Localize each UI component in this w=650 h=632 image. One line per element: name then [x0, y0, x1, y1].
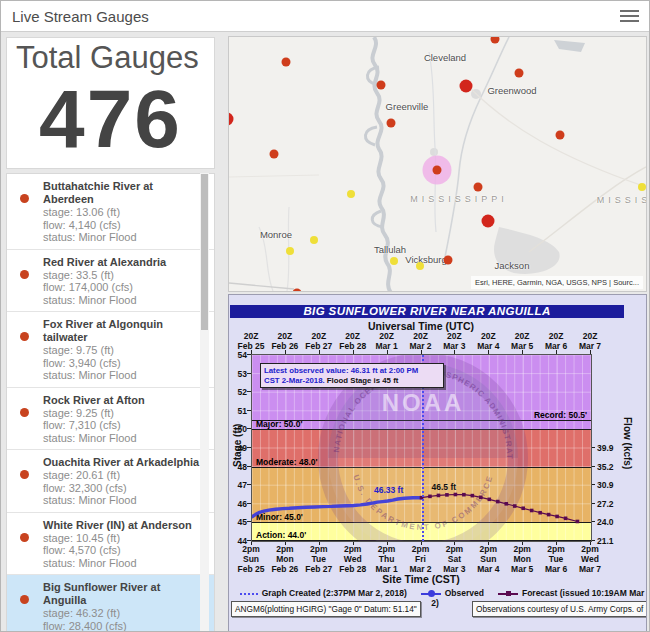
gauge-status-dot: [20, 470, 29, 479]
gauge-name: Ouachita River at Arkadelphia: [43, 456, 200, 469]
stage-tick-label: 44: [229, 536, 247, 546]
gauge-name: Big Sunflower River at Anguilla: [43, 581, 200, 607]
map-state-label: MISSISS: [597, 195, 647, 205]
gauge-flow: flow: 32,300 (cfs): [43, 482, 200, 495]
site-day-label: Sun: [480, 554, 496, 564]
gauge-map-marker[interactable]: [387, 119, 396, 128]
site-day-label: Wed: [581, 554, 599, 564]
gauge-flow: flow: 7,310 (cfs): [43, 419, 200, 432]
gauge-map-marker[interactable]: [444, 256, 453, 265]
legend-item: Observed: [421, 588, 484, 598]
site-day-label: Mon: [276, 554, 293, 564]
gauge-flow: flow: 4,140 (cfs): [43, 219, 200, 232]
site-day-label: Thu: [379, 554, 395, 564]
gauge-list-item[interactable]: Fox River at Algonquin tailwaterstage: 9…: [7, 312, 214, 388]
utc-tick-label: 20Z: [413, 331, 428, 341]
gauge-map-marker[interactable]: [515, 69, 524, 78]
gauge-map-marker[interactable]: [556, 131, 565, 140]
map-city-label: Tallulah: [374, 244, 406, 255]
gauge-stage: stage: 9.75 (ft): [43, 344, 200, 357]
gauge-status: status: Minor Flood: [43, 432, 200, 445]
map-panel[interactable]: ClevelandGreenvilleGreenwoodMonroeTallul…: [228, 36, 647, 292]
gauge-flow: flow: 174,000 (cfs): [43, 281, 200, 294]
utc-tick-label: 20Z: [549, 331, 564, 341]
site-tick-label: 2pm: [446, 544, 463, 554]
annotation-line2-blue: CST 2-Mar-2018.: [264, 376, 325, 385]
stage-tick-label: 52: [229, 387, 247, 397]
gauge-map-marker[interactable]: [460, 80, 473, 93]
gauge-list-item[interactable]: Ouachita River at Arkadelphiastage: 20.6…: [7, 450, 214, 513]
hydrograph-plot: Record: 50.5'Major: 50.0'Moderate: 48.0'…: [251, 354, 592, 542]
right-axis-caption: Flow (kcfs): [622, 417, 633, 469]
gauge-list-item[interactable]: Buttahatchie River at Aberdeenstage: 13.…: [7, 174, 214, 250]
map-city-label: Greenville: [386, 101, 429, 112]
site-tick-label: 2pm: [344, 544, 361, 554]
site-date-label: Mar 5: [511, 564, 533, 574]
flow-tick-label: 30.9: [597, 480, 614, 490]
site-tick-label: 2pm: [547, 544, 564, 554]
gauge-list-item[interactable]: Big Sunflower River at Anguillastage: 46…: [7, 575, 214, 632]
gauge-map-marker[interactable]: [474, 183, 483, 192]
total-gauges-count: 476: [7, 72, 214, 166]
site-tick-label: 2pm: [513, 544, 530, 554]
utc-tick-label: 20Z: [244, 331, 259, 341]
gauge-map-marker[interactable]: [482, 215, 495, 228]
gauge-list-scrollbar[interactable]: [200, 173, 209, 632]
utc-tick-label: 20Z: [278, 331, 293, 341]
site-date-label: Feb 27: [305, 564, 332, 574]
stage-tick-label: 54: [229, 350, 247, 360]
annotation-line1: Latest observed value: 46.31 ft at 2:00 …: [264, 366, 418, 375]
stage-tick-label: 53: [229, 369, 247, 379]
gauge-status-dot: [20, 408, 29, 417]
flow-tick-label: 21.1: [597, 536, 614, 546]
site-date-label: Mar 6: [545, 564, 567, 574]
gauge-map-marker[interactable]: [390, 257, 398, 265]
gauge-map-marker[interactable]: [270, 150, 279, 159]
gauge-stage: stage: 33.5 (ft): [43, 269, 200, 282]
map-state-label: MISSISSIPPI: [410, 194, 508, 204]
gauge-name: White River (IN) at Anderson: [43, 519, 200, 532]
gauge-status: status: Minor Flood: [43, 369, 200, 382]
site-day-label: Mon: [513, 554, 530, 564]
line-square: [498, 593, 518, 595]
gauge-list-item[interactable]: Red River at Alexandriastage: 33.5 (ft)f…: [7, 250, 214, 313]
flow-tick-label: 39.9: [597, 443, 614, 453]
gauge-stage: stage: 13.06 (ft): [43, 206, 200, 219]
gauge-name: Fox River at Algonquin tailwater: [43, 318, 200, 344]
gauge-map-marker[interactable]: [286, 247, 294, 255]
gauge-flow: flow: 4,570 (cfs): [43, 544, 200, 557]
total-gauges-card: Total Gauges 476: [6, 37, 215, 169]
gauge-map-marker[interactable]: [282, 58, 291, 67]
gauge-map-marker[interactable]: [416, 262, 424, 270]
gauge-map-marker[interactable]: [293, 289, 302, 293]
gauge-name: Red River at Alexandria: [43, 256, 200, 269]
gauge-map-marker[interactable]: [347, 190, 355, 198]
gauge-status-dot: [20, 595, 29, 604]
stage-tick-label: 51: [229, 406, 247, 416]
app-title: Live Stream Gauges: [12, 8, 149, 25]
bottom-axis-caption: Site Time (CST): [382, 573, 459, 585]
gauge-list-item[interactable]: White River (IN) at Andersonstage: 10.45…: [7, 513, 214, 576]
hamburger-menu-icon[interactable]: [620, 10, 639, 23]
gauge-map-marker[interactable]: [377, 81, 386, 90]
gauge-status-dot: [20, 194, 29, 203]
gauge-map-marker[interactable]: [310, 236, 318, 244]
gauge-map-marker[interactable]: [638, 183, 646, 191]
gauge-stage: stage: 20.61 (ft): [43, 469, 200, 482]
site-date-label: Feb 28: [339, 564, 366, 574]
scrollbar-thumb[interactable]: [201, 174, 208, 330]
site-day-label: Tue: [549, 554, 563, 564]
gauge-list-item[interactable]: Rock River at Aftonstage: 9.25 (ft)flow:…: [7, 388, 214, 451]
flow-tick-label: 24.0: [597, 517, 614, 527]
gauge-map-marker[interactable]: [433, 166, 442, 175]
site-day-label: Sat: [448, 554, 461, 564]
gauge-status: status: Minor Flood: [43, 494, 200, 507]
gauge-status-dot: [20, 270, 29, 279]
map-city-label: Vicksburg: [405, 254, 447, 265]
gauge-list: Buttahatchie River at Aberdeenstage: 13.…: [6, 173, 215, 632]
left-axis-caption: Stage (ft): [232, 424, 243, 467]
gauge-stage: stage: 46.32 (ft): [43, 607, 200, 620]
gauge-status: status: Minor Flood: [43, 231, 200, 244]
stage-tick-label: 45: [229, 517, 247, 527]
app-header: Live Stream Gauges: [1, 1, 650, 32]
